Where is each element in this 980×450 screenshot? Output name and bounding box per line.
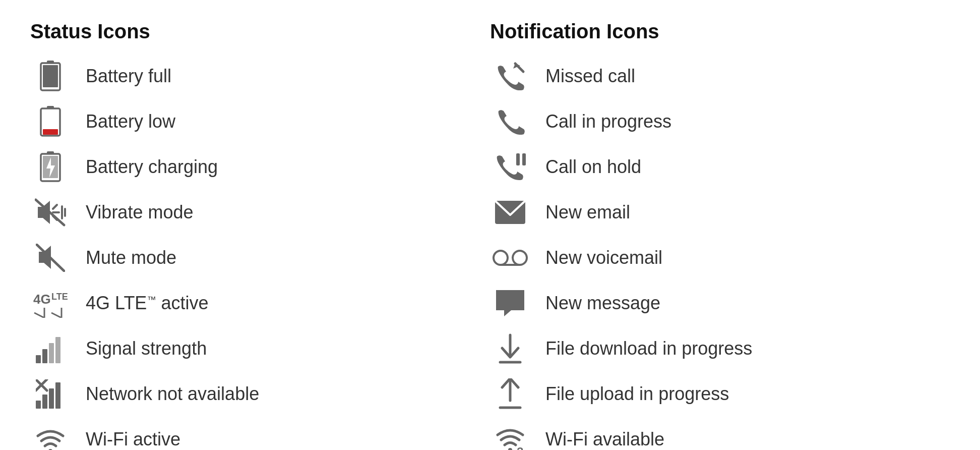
svg-rect-25 (36, 355, 41, 363)
svg-rect-31 (49, 388, 54, 409)
list-item: New message (490, 285, 950, 321)
list-item: Call in progress (490, 103, 950, 140)
svg-line-21 (34, 313, 44, 318)
status-icons-title: Status Icons (30, 20, 490, 43)
svg-rect-44 (522, 153, 526, 165)
svg-rect-29 (36, 401, 41, 409)
svg-text:?: ? (517, 445, 523, 450)
wifi-active-icon (30, 425, 71, 450)
mute-mode-label: Mute mode (86, 247, 176, 268)
file-upload-icon (490, 378, 530, 410)
notification-icons-column: Notification Icons Missed call (490, 20, 950, 450)
4g-lte-icon: 4G LTE (30, 289, 71, 318)
svg-line-22 (51, 313, 62, 318)
wifi-available-label: Wi-Fi available (545, 429, 664, 450)
svg-line-11 (53, 205, 57, 209)
vibrate-mode-label: Vibrate mode (86, 202, 193, 223)
vibrate-mode-icon (30, 198, 71, 227)
list-item: Battery full (30, 58, 490, 94)
list-item: Signal strength (30, 330, 490, 367)
list-item: Missed call (490, 58, 950, 94)
list-item: 4G LTE 4G LTE™ active (30, 285, 490, 321)
list-item: Battery charging (30, 149, 490, 185)
svg-rect-32 (55, 382, 60, 409)
new-email-label: New email (545, 202, 630, 223)
call-in-progress-icon (490, 107, 530, 136)
network-not-available-icon (30, 379, 71, 409)
new-message-label: New message (545, 293, 660, 314)
battery-full-label: Battery full (86, 66, 171, 87)
list-item: Battery low (30, 103, 490, 140)
svg-point-46 (494, 251, 508, 265)
new-message-icon (490, 289, 530, 317)
svg-rect-26 (42, 349, 47, 363)
file-upload-label: File upload in progress (545, 383, 729, 405)
call-in-progress-label: Call in progress (545, 111, 671, 132)
list-item: Mute mode (30, 240, 490, 276)
svg-rect-43 (516, 153, 520, 165)
list-item: File upload in progress (490, 376, 950, 412)
list-item: ? Wi-Fi available (490, 421, 950, 450)
svg-rect-2 (43, 65, 58, 87)
new-voicemail-label: New voicemail (545, 247, 662, 268)
file-download-icon (490, 333, 530, 364)
list-item: Wi-Fi active (30, 421, 490, 450)
list-item: File download in progress (490, 330, 950, 367)
list-item: Vibrate mode (30, 194, 490, 231)
svg-rect-28 (55, 337, 60, 363)
list-item: New email (490, 194, 950, 231)
wifi-active-label: Wi-Fi active (86, 429, 180, 450)
status-icons-column: Status Icons Battery full Batte (30, 20, 490, 450)
call-on-hold-label: Call on hold (545, 156, 641, 178)
call-on-hold-icon (490, 152, 530, 182)
battery-low-label: Battery low (86, 111, 175, 132)
battery-full-icon (30, 61, 71, 92)
list-item: New voicemail (490, 240, 950, 276)
network-not-available-label: Network not available (86, 383, 259, 405)
signal-strength-icon (30, 334, 71, 363)
file-download-label: File download in progress (545, 338, 752, 359)
4g-lte-label: 4G LTE™ active (86, 293, 208, 314)
missed-call-icon (490, 62, 530, 91)
battery-charging-label: Battery charging (86, 156, 218, 178)
new-email-icon (490, 200, 530, 225)
svg-rect-30 (42, 395, 47, 409)
svg-rect-5 (43, 129, 58, 135)
signal-strength-label: Signal strength (86, 338, 207, 359)
svg-rect-27 (49, 343, 54, 363)
battery-low-icon (30, 106, 71, 137)
svg-text:4G: 4G (33, 292, 51, 307)
notification-icons-title: Notification Icons (490, 20, 950, 43)
list-item: Call on hold (490, 149, 950, 185)
svg-point-47 (513, 251, 527, 265)
missed-call-label: Missed call (545, 66, 635, 87)
svg-point-53 (508, 448, 512, 450)
battery-charging-icon (30, 151, 71, 183)
list-item: Network not available (30, 376, 490, 412)
mute-mode-icon (30, 244, 71, 272)
svg-text:LTE: LTE (51, 292, 68, 302)
svg-rect-15 (61, 205, 63, 219)
wifi-available-icon: ? (490, 424, 530, 450)
new-voicemail-icon (490, 248, 530, 268)
svg-rect-16 (64, 208, 66, 217)
